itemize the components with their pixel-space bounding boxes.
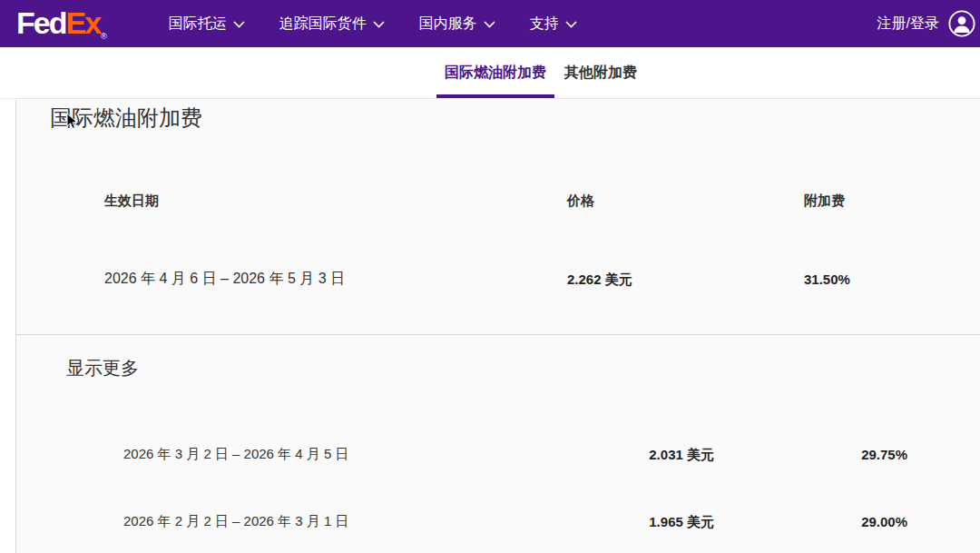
section-divider bbox=[15, 334, 980, 335]
col-header-price: 价格 bbox=[567, 193, 594, 210]
tab-international-fuel-surcharge[interactable]: 国际燃油附加费 bbox=[436, 47, 554, 98]
tab-other-surcharges[interactable]: 其他附加费 bbox=[556, 47, 645, 98]
history-row-surcharge: 29.75% bbox=[817, 447, 907, 462]
user-account-icon[interactable] bbox=[947, 9, 976, 38]
surcharge-card bbox=[15, 100, 980, 553]
nav-item-track-international-shipment[interactable]: 追踪国际货件 bbox=[279, 15, 385, 34]
current-row-surcharge: 31.50% bbox=[804, 272, 850, 287]
nav-item-support[interactable]: 支持 bbox=[530, 15, 577, 34]
history-row-price: 2.031 美元 bbox=[544, 447, 714, 464]
col-header-surcharge: 附加费 bbox=[804, 193, 845, 210]
page-title: 国际燃油附加费 bbox=[50, 104, 202, 133]
nav-item-label: 支持 bbox=[530, 15, 559, 34]
surcharge-tabbar: 国际燃油附加费 其他附加费 bbox=[0, 47, 980, 99]
logo-ex-text: Ex bbox=[65, 5, 100, 40]
navbar-right: 注册/登录 bbox=[877, 9, 976, 38]
history-row-surcharge: 29.00% bbox=[817, 514, 907, 529]
register-login-link[interactable]: 注册/登录 bbox=[877, 15, 939, 34]
chevron-down-icon bbox=[233, 21, 245, 28]
current-row-price: 2.262 美元 bbox=[567, 272, 632, 289]
top-navbar: FedEx® 国际托运 追踪国际货件 国内服务 支持 注册/登录 bbox=[0, 0, 980, 47]
history-row-date: 2026 年 2 月 2 日 – 2026 年 3 月 1 日 bbox=[123, 513, 348, 530]
content-area: 国际燃油附加费 生效日期 价格 附加费 2026 年 4 月 6 日 – 202… bbox=[0, 100, 980, 553]
chevron-down-icon bbox=[565, 21, 577, 28]
nav-item-label: 国内服务 bbox=[419, 15, 477, 34]
nav-item-international-shipping[interactable]: 国际托运 bbox=[169, 15, 245, 34]
chevron-down-icon bbox=[484, 21, 495, 28]
nav-menu: 国际托运 追踪国际货件 国内服务 支持 bbox=[169, 15, 577, 34]
nav-item-label: 国际托运 bbox=[169, 15, 227, 34]
registered-mark: ® bbox=[101, 32, 107, 41]
history-row-date: 2026 年 3 月 2 日 – 2026 年 4 月 5 日 bbox=[123, 446, 348, 463]
history-row-price: 1.965 美元 bbox=[544, 514, 714, 531]
fedex-logo[interactable]: FedEx® bbox=[16, 7, 107, 41]
col-header-effective-date: 生效日期 bbox=[104, 193, 159, 210]
current-row-date: 2026 年 4 月 6 日 – 2026 年 5 月 3 日 bbox=[104, 270, 345, 289]
show-more-toggle[interactable]: 显示更多 bbox=[66, 356, 139, 380]
page: FedEx® 国际托运 追踪国际货件 国内服务 支持 注册/登录 bbox=[0, 0, 980, 553]
nav-item-domestic-services[interactable]: 国内服务 bbox=[419, 15, 495, 34]
logo-fed-text: Fed bbox=[16, 5, 65, 40]
nav-item-label: 追踪国际货件 bbox=[279, 15, 367, 34]
chevron-down-icon bbox=[373, 21, 385, 28]
